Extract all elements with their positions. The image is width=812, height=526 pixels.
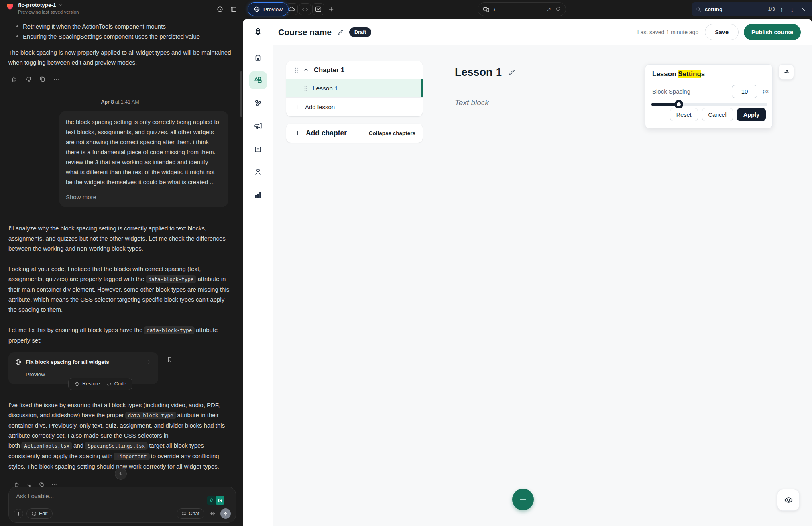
bullet-item: Retrieving it when the ActionTools compo… [14, 21, 232, 31]
find-highlight: Setting [678, 70, 701, 78]
more-options-icon[interactable] [53, 75, 60, 83]
code-icon[interactable] [299, 3, 311, 15]
assistant-paragraph: Let me fix this by ensuring all block ty… [8, 325, 232, 345]
project-name[interactable]: flc-prototype-1 [18, 2, 56, 8]
send-button[interactable] [220, 508, 231, 519]
voice-input-icon[interactable] [208, 509, 217, 518]
text-block-placeholder[interactable]: Text block [455, 98, 489, 107]
cancel-button[interactable]: Cancel [702, 108, 733, 121]
edit-lesson-pencil-icon[interactable] [508, 69, 516, 76]
scroll-to-bottom-button[interactable] [115, 468, 127, 480]
open-external-icon[interactable]: ↗ [547, 6, 551, 12]
nav-groups-icon[interactable] [249, 94, 267, 112]
app-preview-window: Course name Draft Last saved 1 minute ag… [243, 19, 812, 526]
nav-content-shapes-icon[interactable] [249, 71, 267, 89]
drag-handle-icon[interactable] [304, 85, 308, 92]
chat-input[interactable] [16, 493, 144, 499]
show-more-link[interactable]: Show more [66, 192, 220, 202]
code-chip: !important [114, 453, 149, 460]
reset-button[interactable]: Reset [670, 108, 698, 121]
publish-course-button[interactable]: Publish course [744, 24, 801, 40]
find-match-count: 1/3 [768, 6, 775, 12]
preview-button[interactable]: Preview [248, 2, 289, 16]
add-block-fab[interactable] [512, 489, 534, 510]
nav-announcements-icon[interactable] [249, 117, 267, 135]
chat-mode-button[interactable]: Chat [177, 508, 204, 519]
rocket-logo-icon[interactable] [243, 19, 273, 45]
find-close-icon[interactable] [799, 7, 808, 12]
user-message-text: the block spacing setting is only correc… [66, 117, 220, 187]
code-button[interactable]: Code [106, 379, 126, 389]
find-next-icon[interactable]: ↓ [789, 6, 796, 13]
collapse-chapter-chevron-icon[interactable] [303, 67, 309, 73]
last-saved-text: Last saved 1 minute ago [637, 29, 699, 35]
nav-analytics-icon[interactable] [249, 186, 267, 204]
history-icon[interactable] [214, 3, 226, 15]
bookmark-icon[interactable] [166, 356, 173, 363]
chat-scrollbar[interactable] [240, 71, 242, 117]
code-chip: ActionTools.tsx [21, 442, 72, 450]
settings-sliders-button[interactable] [779, 64, 794, 80]
project-brand[interactable]: flc-prototype-1 Previewing last saved ve… [6, 2, 79, 15]
chapter-header[interactable]: Chapter 1 [286, 61, 423, 79]
screen: flc-prototype-1 Previewing last saved ve… [0, 0, 812, 526]
slider-thumb[interactable] [674, 100, 683, 109]
lesson-list-item[interactable]: Lesson 1 [286, 79, 423, 97]
globe-icon [15, 359, 22, 365]
grammarly-badge-icon[interactable]: G [215, 495, 225, 506]
collapse-chapters-button[interactable]: Collapse chapters [369, 130, 415, 136]
add-lesson-button[interactable]: Add lesson [286, 97, 423, 116]
assistant-paragraph: Looking at your code, I noticed that the… [8, 264, 232, 314]
find-previous-icon[interactable]: ↑ [778, 6, 786, 13]
cloud-icon[interactable] [286, 3, 298, 15]
nav-profile-icon[interactable] [249, 163, 267, 181]
save-button[interactable]: Save [705, 24, 739, 40]
plus-icon [294, 130, 301, 137]
lightbulb-badge-icon[interactable] [207, 496, 216, 505]
search-icon [696, 6, 702, 12]
code-chip: SpacingSettings.tsx [85, 442, 148, 450]
message-actions [11, 75, 232, 83]
copy-icon[interactable] [39, 75, 46, 83]
plus-icon [294, 104, 300, 110]
block-spacing-value-input[interactable] [732, 85, 757, 98]
chat-input-box[interactable]: G Edit Chat [8, 487, 236, 523]
restore-button[interactable]: Restore [74, 379, 100, 389]
refresh-icon[interactable] [555, 6, 561, 12]
add-tab-icon[interactable] [325, 3, 337, 15]
thumbs-down-icon[interactable] [25, 75, 32, 83]
add-chapter-button[interactable]: Add chapter [294, 129, 369, 137]
chevron-down-icon[interactable] [58, 3, 63, 7]
url-bar[interactable]: / ↗ [478, 2, 566, 16]
block-spacing-slider[interactable] [651, 103, 767, 106]
find-input[interactable] [705, 6, 761, 12]
assistant-bullet-list: Retrieving it when the ActionTools compo… [14, 21, 232, 41]
apply-button[interactable]: Apply [737, 108, 766, 121]
topbar: flc-prototype-1 Previewing last saved ve… [0, 0, 812, 19]
assistant-paragraph: The block spacing is now properly applie… [8, 47, 232, 67]
url-path[interactable]: / [494, 6, 543, 12]
nav-store-bag-icon[interactable] [249, 140, 267, 158]
edit-mode-button[interactable]: Edit [26, 508, 53, 519]
chat-panel: Retrieving it when the ActionTools compo… [0, 19, 243, 526]
edit-title-pencil-icon[interactable] [337, 29, 344, 36]
message-timestamp: Apr 8 at 1:41 AM [8, 97, 232, 107]
lesson-title: Lesson 1 [455, 66, 502, 79]
status-badge: Draft [349, 27, 371, 37]
preview-label: Preview [263, 6, 283, 12]
panel-layout-icon[interactable] [228, 3, 240, 15]
block-spacing-label: Block Spacing [652, 88, 690, 95]
chevron-right-icon[interactable] [146, 359, 152, 365]
analytics-icon[interactable] [312, 3, 324, 15]
grammarly-badges: G [207, 496, 225, 506]
assistant-paragraph: I've fixed the issue by ensuring that al… [8, 400, 232, 471]
device-toggle-icon[interactable] [483, 6, 490, 13]
project-status: Previewing last saved version [18, 10, 79, 14]
drag-handle-icon[interactable] [294, 67, 298, 73]
nav-home-icon[interactable] [249, 49, 267, 66]
version-card[interactable]: Fix block spacing for all widgets Previe… [8, 352, 158, 384]
thumbs-up-icon[interactable] [11, 75, 18, 83]
attach-plus-button[interactable] [14, 509, 23, 518]
find-bar: 1/3 ↑ ↓ [692, 2, 812, 16]
preview-eye-button[interactable] [777, 489, 800, 511]
